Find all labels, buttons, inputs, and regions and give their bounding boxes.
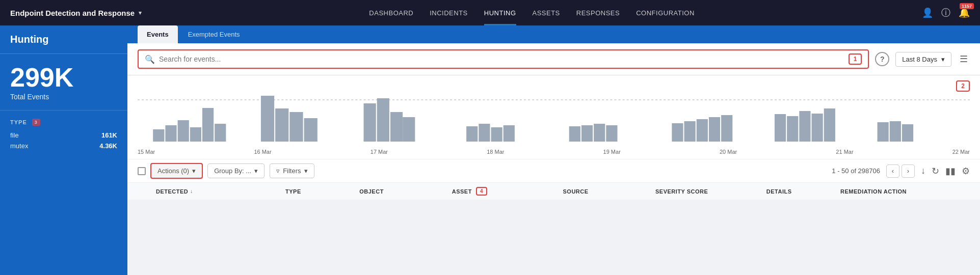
next-page-button[interactable]: › (902, 164, 915, 178)
nav-links: DASHBOARD INCIDENTS HUNTING ASSETS RESPO… (369, 0, 694, 25)
search-section: 🔍 1 ? Last 8 Days ▾ ☰ (127, 43, 980, 75)
sidebar-section-badge: 3 (32, 119, 40, 126)
table-header: DETECTED ↓ TYPE OBJECT ASSET 4 SOURCE SE… (127, 182, 980, 200)
search-box: 🔍 1 (138, 49, 869, 69)
nav-responses[interactable]: RESPONSES (576, 0, 620, 25)
svg-rect-20 (581, 125, 593, 142)
label-21mar: 21 Mar (836, 149, 853, 155)
tabs-bar: Events Exempted Events (127, 25, 980, 43)
hamburger-icon[interactable]: ☰ (958, 51, 970, 67)
user-icon[interactable]: 👤 (922, 7, 933, 18)
tab-events[interactable]: Events (138, 25, 178, 43)
help-circle-icon[interactable]: ? (875, 52, 889, 66)
search-icon: 🔍 (145, 54, 155, 64)
nav-incidents[interactable]: INCIDENTS (430, 0, 468, 25)
filters-label: Filters (283, 167, 301, 175)
actions-label: Actions (0) (157, 167, 189, 175)
prev-page-button[interactable]: ‹ (886, 164, 899, 178)
filter-icon: ▿ (276, 167, 280, 175)
toolbar-right: 1 - 50 of 298706 ‹ › ↓ ↻ ▮▮ ⚙ (832, 164, 970, 178)
actions-button[interactable]: Actions (0) ▾ (151, 163, 202, 178)
brand[interactable]: Endpoint Detection and Response ▾ (10, 9, 142, 17)
brand-chevron: ▾ (139, 10, 142, 16)
svg-rect-13 (390, 112, 403, 142)
svg-rect-24 (684, 121, 696, 142)
col-type[interactable]: TYPE (285, 188, 359, 195)
filters-button[interactable]: ▿ Filters ▾ (270, 163, 314, 178)
groupby-button[interactable]: Group By: ... ▾ (207, 163, 264, 178)
chart-icon[interactable]: ▮▮ (945, 166, 956, 177)
search-input[interactable] (159, 55, 849, 63)
nav-assets[interactable]: ASSETS (533, 0, 560, 25)
chart-section: 2 (127, 75, 980, 159)
svg-rect-31 (812, 114, 823, 142)
date-picker[interactable]: Last 8 Days ▾ (895, 52, 951, 67)
filters-chevron: ▾ (304, 167, 308, 175)
svg-rect-29 (787, 116, 798, 142)
help-icon[interactable]: ⓘ (941, 7, 950, 19)
settings-icon[interactable]: ⚙ (962, 166, 970, 177)
pagination-info: 1 - 50 of 298706 (832, 167, 880, 175)
groupby-chevron: ▾ (254, 167, 258, 175)
stat-label: Total Events (10, 93, 117, 101)
label-18mar: 18 Mar (487, 149, 504, 155)
sort-detected-icon: ↓ (190, 188, 193, 194)
nav-hunting[interactable]: HUNTING (484, 0, 516, 25)
date-chevron: ▾ (941, 56, 945, 63)
nav-right: 👤 ⓘ 🔔 1157 (922, 7, 970, 19)
svg-rect-15 (466, 126, 478, 142)
sidebar-item-file[interactable]: file 161K (10, 130, 117, 141)
mutex-value: 4.36K (99, 142, 117, 150)
actions-chevron: ▾ (192, 167, 196, 175)
col-source[interactable]: SOURCE (563, 188, 655, 195)
search-box-label: 1 (849, 53, 862, 65)
svg-rect-21 (594, 124, 605, 142)
notification-bell[interactable]: 🔔 1157 (959, 7, 970, 18)
label-20mar: 20 Mar (720, 149, 737, 155)
svg-rect-16 (479, 124, 490, 142)
brand-title: Endpoint Detection and Response (10, 9, 135, 17)
svg-rect-4 (190, 127, 201, 142)
svg-rect-26 (709, 117, 720, 142)
col-details[interactable]: DETAILS (766, 188, 840, 195)
download-icon[interactable]: ↓ (921, 166, 925, 176)
mutex-label: mutex (10, 142, 28, 150)
sidebar: Hunting 299K Total Events TYPE 3 file 16… (0, 25, 127, 275)
col-remediation-action[interactable]: REMEDIATION ACTION (840, 188, 970, 195)
svg-rect-28 (775, 114, 786, 142)
svg-rect-5 (202, 108, 214, 142)
label-22mar: 22 Mar (952, 149, 970, 155)
sidebar-stats: 299K Total Events (0, 54, 127, 106)
svg-rect-9 (289, 112, 303, 142)
toolbar: Actions (0) ▾ Group By: ... ▾ ▿ Filters … (127, 159, 980, 182)
groupby-label: Group By: ... (214, 167, 251, 175)
svg-rect-33 (878, 122, 889, 142)
col-detected[interactable]: DETECTED ↓ (156, 188, 285, 195)
label-19mar: 19 Mar (603, 149, 621, 155)
file-label: file (10, 131, 19, 139)
svg-rect-30 (799, 111, 810, 142)
nav-dashboard[interactable]: DASHBOARD (369, 0, 413, 25)
refresh-icon[interactable]: ↻ (932, 166, 939, 177)
main-area: Events Exempted Events 🔍 1 ? Last 8 Days… (127, 25, 980, 275)
notification-count: 1157 (960, 3, 974, 9)
col-asset[interactable]: ASSET 4 (452, 187, 563, 196)
sidebar-type-section: TYPE 3 file 161K mutex 4.36K (0, 110, 127, 155)
select-all-checkbox[interactable] (138, 167, 146, 175)
section-label: TYPE 3 (10, 119, 117, 126)
asset-box-label: 4 (476, 187, 487, 196)
tab-exempted-events[interactable]: Exempted Events (179, 25, 249, 43)
label-17mar: 17 Mar (370, 149, 388, 155)
col-severity-score[interactable]: SEVERITY SCORE (655, 188, 766, 195)
sidebar-item-mutex[interactable]: mutex 4.36K (10, 141, 117, 151)
svg-rect-19 (569, 126, 580, 142)
col-object[interactable]: OBJECT (359, 188, 452, 195)
svg-rect-7 (261, 96, 274, 142)
svg-rect-27 (721, 115, 732, 142)
svg-rect-23 (672, 123, 683, 142)
svg-rect-3 (178, 120, 189, 142)
svg-rect-11 (364, 103, 376, 142)
svg-rect-34 (890, 121, 901, 142)
nav-configuration[interactable]: CONFIGURATION (636, 0, 695, 25)
svg-rect-18 (504, 125, 515, 142)
